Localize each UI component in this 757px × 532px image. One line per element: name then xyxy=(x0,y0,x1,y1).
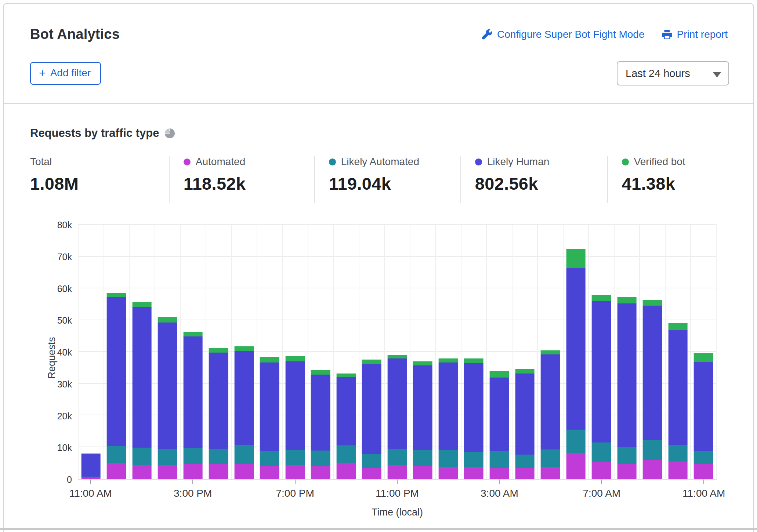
stacked-bar[interactable] xyxy=(81,225,101,479)
bar-slot[interactable] xyxy=(257,225,282,479)
segment-likely-human xyxy=(311,375,330,451)
stacked-bar[interactable] xyxy=(439,225,458,479)
bar-slot[interactable] xyxy=(384,225,410,479)
segment-verified-bot xyxy=(362,360,381,364)
time-range-select[interactable]: Last 24 hours xyxy=(617,61,729,85)
bar-slot[interactable] xyxy=(665,225,691,479)
bar-slot[interactable] xyxy=(129,225,155,479)
bar-slot[interactable] xyxy=(180,225,206,479)
segment-likely-automated xyxy=(388,449,407,465)
bar-slot[interactable] xyxy=(537,225,563,479)
segment-likely-automated xyxy=(617,447,637,464)
stacked-bar[interactable] xyxy=(643,225,662,479)
stacked-bar[interactable] xyxy=(235,225,254,479)
stacked-bar[interactable] xyxy=(286,225,305,479)
bar-slot[interactable] xyxy=(614,225,640,479)
segment-likely-automated xyxy=(413,450,432,466)
segment-verified-bot xyxy=(566,249,586,268)
stacked-bar[interactable] xyxy=(413,225,432,479)
stacked-bar[interactable] xyxy=(515,225,535,479)
segment-likely-automated xyxy=(260,451,279,466)
bar-slot[interactable] xyxy=(563,225,588,479)
segment-likely-human xyxy=(668,330,688,445)
segment-automated xyxy=(566,453,586,479)
segment-verified-bot xyxy=(132,302,152,307)
bar-slot[interactable] xyxy=(308,225,333,479)
stacked-bar[interactable] xyxy=(337,225,356,479)
stat-likely-human-label: Likely Human xyxy=(487,156,550,168)
segment-likely-human xyxy=(617,303,637,447)
segment-likely-human xyxy=(183,336,203,448)
bar-slot[interactable] xyxy=(206,225,231,479)
segment-automated xyxy=(132,465,152,479)
stacked-bar[interactable] xyxy=(362,225,381,479)
bar-slot[interactable] xyxy=(78,225,104,479)
stacked-bar[interactable] xyxy=(464,225,483,479)
segment-verified-bot xyxy=(337,374,356,377)
bar-slot[interactable] xyxy=(461,225,486,479)
stacked-bar[interactable] xyxy=(592,225,611,479)
segment-likely-human xyxy=(209,353,228,449)
bar-slot[interactable] xyxy=(359,225,384,479)
segment-likely-automated xyxy=(286,450,305,465)
stacked-bar[interactable] xyxy=(260,225,279,479)
bar-slot[interactable] xyxy=(410,225,435,479)
stacked-bar[interactable] xyxy=(490,225,509,479)
bar-slot[interactable] xyxy=(231,225,257,479)
printer-icon xyxy=(662,29,673,40)
stacked-bar[interactable] xyxy=(209,225,228,479)
add-filter-button[interactable]: + Add filter xyxy=(30,62,101,85)
segment-automated xyxy=(668,462,688,479)
bar-slot[interactable] xyxy=(486,225,512,479)
stacked-bar[interactable] xyxy=(311,225,330,479)
segment-likely-human xyxy=(235,351,254,445)
stat-likely-human-value: 802.56k xyxy=(475,174,596,194)
stacked-bar[interactable] xyxy=(107,225,126,479)
segment-automated xyxy=(311,466,330,479)
y-tick-label: 30k xyxy=(57,379,72,389)
bar-slot[interactable] xyxy=(435,225,461,479)
stacked-bar[interactable] xyxy=(668,225,688,479)
bar-slot[interactable] xyxy=(512,225,537,479)
pie-chart-icon xyxy=(165,128,175,138)
next-section-divider xyxy=(0,528,757,530)
segment-likely-human xyxy=(464,363,483,452)
stat-automated-label: Automated xyxy=(196,156,245,168)
segment-likely-human xyxy=(413,365,432,450)
section-title-row: Requests by traffic type xyxy=(4,104,753,140)
bar-slot[interactable] xyxy=(104,225,129,479)
bar-slot[interactable] xyxy=(155,225,180,479)
x-tick-label: 7:00 AM xyxy=(583,488,620,499)
segment-likely-automated xyxy=(490,451,509,468)
y-tick-label: 80k xyxy=(57,220,72,230)
stacked-bar[interactable] xyxy=(132,225,152,479)
print-link-label: Print report xyxy=(677,29,728,40)
bar-slot[interactable] xyxy=(588,225,614,479)
stacked-bar[interactable] xyxy=(541,225,560,479)
stat-total-value: 1.08M xyxy=(30,174,158,194)
print-report-link[interactable]: Print report xyxy=(662,29,728,40)
stacked-bar[interactable] xyxy=(158,225,177,479)
bar-slot[interactable] xyxy=(639,225,665,479)
bar-slot[interactable] xyxy=(690,225,717,479)
bar-slot[interactable] xyxy=(282,225,308,479)
segment-verified-bot xyxy=(158,317,177,323)
x-axis-title: Time (local) xyxy=(372,507,423,518)
stat-total-label: Total xyxy=(30,156,52,168)
stacked-bar[interactable] xyxy=(183,225,203,479)
segment-automated xyxy=(235,464,254,479)
y-tick-label: 0 xyxy=(67,474,72,485)
stacked-bar[interactable] xyxy=(388,225,407,479)
segment-automated xyxy=(158,465,177,479)
stat-verified-bot-value: 41.38k xyxy=(622,174,717,194)
y-tick-labels: 010k20k30k40k50k60k70k80k xyxy=(46,225,78,480)
segment-verified-bot xyxy=(439,358,458,362)
add-filter-label: Add filter xyxy=(50,67,91,79)
bar-slot[interactable] xyxy=(333,225,359,479)
stacked-bar[interactable] xyxy=(694,225,713,479)
segment-verified-bot xyxy=(592,295,611,301)
configure-super-bot-fight-mode-link[interactable]: Configure Super Bot Fight Mode xyxy=(482,29,645,40)
stacked-bar[interactable] xyxy=(617,225,637,479)
stacked-bar[interactable] xyxy=(566,225,586,479)
segment-likely-human xyxy=(566,268,586,430)
